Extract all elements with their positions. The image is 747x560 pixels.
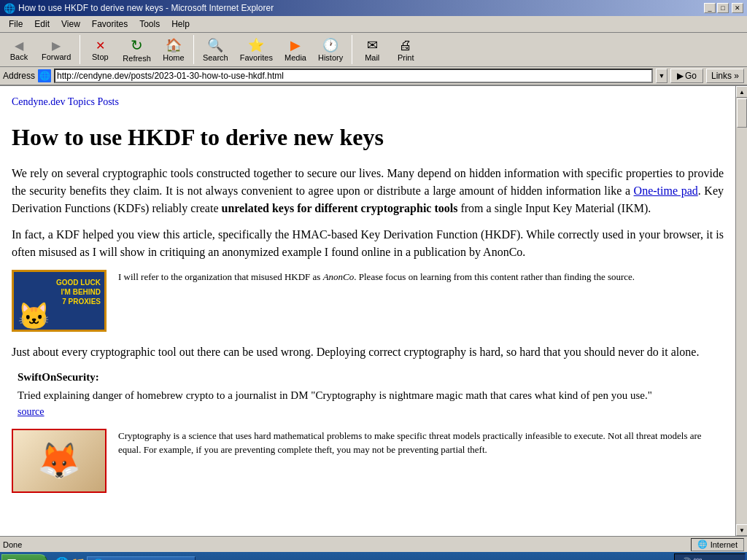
proxy-caption-text: I will refer to the organization that mi… — [118, 270, 635, 284]
breadcrumb: Cendyne.dev Topics Posts — [12, 95, 724, 109]
ie-logo-icon: 🌐 — [4, 3, 15, 14]
ie-quick-launch[interactable]: 🌐 — [55, 556, 69, 561]
history-icon — [322, 37, 338, 53]
media-label: Media — [285, 53, 306, 62]
address-bar: Address 🌐 ▼ ▶ Go Links » — [0, 67, 747, 86]
media-button[interactable]: Media — [279, 35, 311, 64]
favorites-button[interactable]: Favorites — [235, 35, 278, 64]
stop-label: Stop — [92, 52, 109, 61]
taskbar-window-item[interactable]: 🌐 How to use HKDF to ... — [87, 556, 195, 561]
window-title: How to use HKDF to derive new keys - Mic… — [18, 3, 274, 13]
address-input[interactable] — [54, 69, 653, 83]
refresh-icon — [131, 36, 143, 54]
print-label: Print — [398, 53, 414, 62]
para2-text: In fact, a KDF helped you view this arti… — [12, 228, 724, 258]
one-time-pad-link[interactable]: One-time pad — [634, 184, 698, 197]
refresh-label: Refresh — [123, 54, 151, 63]
scroll-down-button[interactable]: ▼ — [736, 524, 747, 536]
status-done: Done — [3, 540, 688, 549]
fox-image: 🦊 — [12, 429, 107, 493]
start-label: start — [19, 558, 39, 561]
antivirus-tray-icon: 🛡 — [693, 557, 703, 560]
quote-source-link[interactable]: source — [18, 406, 44, 417]
proxy-line-3: 7 PROXIES — [56, 297, 101, 306]
zone-label: Internet — [711, 540, 738, 549]
proxy-image-block: 🐱 GOOD LUCK I'M BEHIND 7 PROXIES I will … — [12, 270, 724, 332]
status-bar: Done 🌐 Internet — [0, 536, 747, 552]
taskbar: ⊞ start 🌐 📁 🌐 How to use HKDF to ... 🔊 🛡… — [0, 552, 747, 560]
toolbar-separator-1 — [80, 35, 80, 64]
print-button[interactable]: Print — [390, 36, 422, 64]
network-tray-icon: 🔊 — [679, 557, 692, 561]
folder-quick-launch[interactable]: 📁 — [71, 556, 85, 561]
start-button[interactable]: ⊞ start — [1, 554, 47, 561]
menu-edit[interactable]: Edit — [28, 18, 55, 31]
search-button[interactable]: Search — [198, 35, 233, 64]
print-icon — [399, 38, 412, 53]
favorites-icon — [248, 37, 264, 53]
main-content: Cendyne.dev Topics Posts How to use HKDF… — [0, 86, 735, 536]
links-button[interactable]: Links » — [706, 69, 744, 83]
article-para-3: Just about every cryptographic tool out … — [12, 343, 724, 361]
refresh-button[interactable]: Refresh — [117, 34, 156, 65]
toolbar: Back Forward Stop Refresh Home Search Fa… — [0, 33, 747, 67]
menu-view[interactable]: View — [55, 18, 86, 31]
mail-button[interactable]: Mail — [356, 35, 388, 64]
close-button[interactable]: ✕ — [732, 3, 743, 13]
address-label: Address — [3, 71, 35, 81]
page-title: How to use HKDF to derive new keys — [12, 121, 724, 154]
quick-launch: 🌐 📁 — [55, 556, 85, 561]
search-label: Search — [203, 53, 228, 62]
home-button[interactable]: Home — [158, 35, 190, 64]
minimize-button[interactable]: _ — [704, 3, 716, 13]
bold-text: unrelated keys for different cryptograph… — [221, 202, 457, 214]
forward-icon — [52, 39, 61, 52]
quote-source: source — [18, 403, 724, 419]
address-dropdown-button[interactable]: ▼ — [656, 69, 667, 83]
proxy-line-1: GOOD LUCK — [56, 278, 101, 287]
media-icon — [290, 37, 301, 53]
fox-figure: 🦊 — [37, 436, 81, 485]
menu-favorites[interactable]: Favorites — [86, 18, 133, 31]
home-icon — [166, 37, 182, 53]
fox-image-block: 🦊 Cryptography is a science that uses ha… — [12, 429, 724, 493]
history-button[interactable]: History — [313, 35, 348, 64]
stop-button[interactable]: Stop — [84, 36, 116, 63]
para4-text: Cryptography is a science that uses hard… — [118, 430, 702, 456]
quote-text: Tried explaining danger of homebrew cryp… — [18, 388, 724, 403]
go-button[interactable]: ▶ Go — [670, 69, 703, 83]
breadcrumb-posts[interactable]: Posts — [97, 96, 119, 107]
scroll-up-button[interactable]: ▲ — [736, 86, 747, 98]
menu-tools[interactable]: Tools — [133, 18, 166, 31]
globe-icon: 🌐 — [697, 540, 708, 549]
para1-text: We rely on several cryptographic tools c… — [12, 167, 724, 197]
stop-icon — [96, 39, 105, 52]
proxy-caption-start: I will refer to the organization that mi… — [118, 271, 323, 282]
maximize-button[interactable]: □ — [717, 3, 729, 13]
scroll-thumb-area[interactable] — [736, 98, 747, 524]
title-bar: 🌐 How to use HKDF to derive new keys - M… — [0, 0, 747, 16]
back-button[interactable]: Back — [3, 36, 35, 63]
breadcrumb-home[interactable]: Cendyne.dev — [12, 96, 65, 107]
proxy-line-2: I'M BEHIND — [56, 287, 101, 297]
history-label: History — [318, 53, 343, 62]
scrollbar-vertical: ▲ ▼ — [735, 86, 747, 536]
mail-icon — [367, 37, 378, 53]
back-label: Back — [10, 52, 28, 61]
page-icon: 🌐 — [38, 69, 51, 82]
menu-file[interactable]: File — [3, 18, 28, 31]
search-icon — [207, 37, 223, 53]
quote-block: SwiftOnSecurity: Tried explaining danger… — [12, 370, 724, 419]
article-para-1: We rely on several cryptographic tools c… — [12, 165, 724, 217]
breadcrumb-topics[interactable]: Topics — [68, 96, 95, 107]
content-area: Cendyne.dev Topics Posts How to use HKDF… — [0, 86, 747, 536]
start-icon: ⊞ — [7, 556, 16, 561]
scroll-thumb[interactable] — [737, 98, 747, 128]
home-label: Home — [163, 53, 184, 62]
status-zone: 🌐 Internet — [691, 538, 744, 551]
menu-help[interactable]: Help — [166, 18, 196, 31]
proxy-caption-end: . Please focus on learning from this con… — [354, 271, 635, 282]
forward-button[interactable]: Forward — [36, 36, 76, 63]
forward-label: Forward — [42, 52, 71, 61]
anonco-italic: AnonCo — [323, 271, 355, 282]
